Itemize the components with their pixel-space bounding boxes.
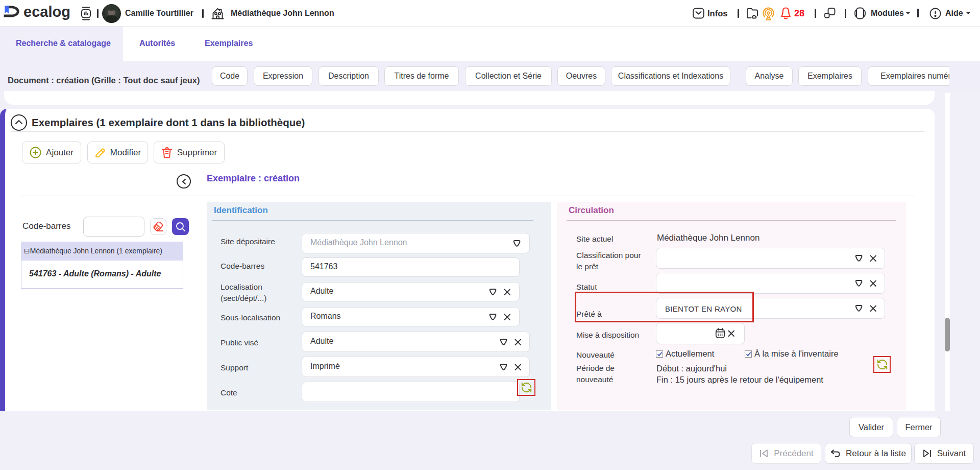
svg-text:ecalog: ecalog bbox=[23, 4, 70, 20]
